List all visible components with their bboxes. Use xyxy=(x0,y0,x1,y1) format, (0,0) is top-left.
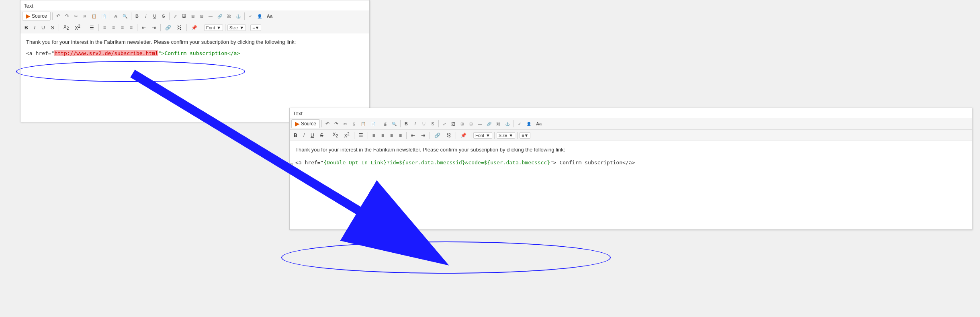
sep-fmt3 xyxy=(98,24,99,31)
tb-strike[interactable]: S xyxy=(160,12,168,20)
b-separator1 xyxy=(321,120,322,127)
b-fmt-indent-out[interactable]: ⇤ xyxy=(409,132,417,139)
b-fmt-align-center[interactable]: ≡ xyxy=(379,132,387,139)
b-tb-paste2[interactable]: 📄 xyxy=(368,120,377,127)
b-tb-hr[interactable]: — xyxy=(476,121,484,127)
b-tb-strike[interactable]: S xyxy=(429,120,437,127)
top-source-button[interactable]: ▶ Source xyxy=(22,12,51,20)
b-fmt-bold[interactable]: B xyxy=(291,132,300,139)
b-sep-fmt9 xyxy=(517,132,518,139)
tb-resize[interactable]: ⤢ xyxy=(171,13,179,20)
tb-image[interactable]: 🖼 xyxy=(180,13,188,20)
b-tb-copy[interactable]: ⎘ xyxy=(350,120,358,127)
b-tb-paste[interactable]: 📋 xyxy=(359,120,368,127)
b-tb-image[interactable]: 🖼 xyxy=(449,121,457,127)
b-tb-unlink[interactable]: ⛓ xyxy=(494,121,502,127)
b-tb-resize[interactable]: ⤢ xyxy=(440,121,448,127)
b-tb-italic[interactable]: I xyxy=(411,120,419,127)
b-tb-aa[interactable]: Aa xyxy=(534,120,544,127)
b-tb-find[interactable]: 🔍 xyxy=(390,120,399,127)
b-tb-cut[interactable]: ✂ xyxy=(341,120,349,127)
tb-list[interactable]: ⊟ xyxy=(198,13,206,20)
fmt-link2[interactable]: 🔗 xyxy=(163,24,174,31)
b-tb-redo[interactable]: ↷ xyxy=(332,120,340,128)
b-size-dropdown-arrow: ▼ xyxy=(509,133,513,138)
b-tb-link[interactable]: 🔗 xyxy=(485,121,493,127)
tb-redo[interactable]: ↷ xyxy=(63,12,71,20)
fmt-strike[interactable]: S xyxy=(49,24,57,31)
fmt-pin[interactable]: 📌 xyxy=(189,24,200,31)
tb-aa[interactable]: Aa xyxy=(265,12,274,20)
tb-bold[interactable]: B xyxy=(133,12,141,20)
b-fmt-sup[interactable]: X2 xyxy=(342,131,352,139)
b-style-dropdown[interactable]: ≡▼ xyxy=(520,132,530,139)
resize-handle[interactable] xyxy=(290,163,293,175)
style-dropdown[interactable]: ≡▼ xyxy=(250,25,261,31)
b-fmt-link2[interactable]: 🔗 xyxy=(432,132,443,139)
sep-fmt6 xyxy=(186,24,187,31)
b-tb-print[interactable]: 🖨 xyxy=(381,120,389,127)
tb-underline[interactable]: U xyxy=(151,12,159,20)
tb-find[interactable]: 🔍 xyxy=(121,12,129,20)
b-size-dropdown[interactable]: Size ▼ xyxy=(497,132,515,139)
b-font-dropdown-arrow: ▼ xyxy=(486,133,490,138)
fmt-ol[interactable]: ☰ xyxy=(87,24,96,31)
size-dropdown[interactable]: Size ▼ xyxy=(227,25,246,31)
b-tb-spell[interactable]: ✓ xyxy=(516,121,524,127)
tb-spellcheck[interactable]: ✓ xyxy=(246,13,254,20)
font-dropdown[interactable]: Font ▼ xyxy=(204,25,223,31)
tb-link[interactable]: 🔗 xyxy=(215,13,224,20)
fmt-indent-in[interactable]: ⇥ xyxy=(149,24,158,31)
b-tb-list[interactable]: ⊟ xyxy=(467,121,475,127)
b-tb-table[interactable]: ⊞ xyxy=(458,121,466,127)
tb-paste[interactable]: 📋 xyxy=(90,12,98,20)
fmt-underline[interactable]: U xyxy=(39,24,47,31)
bottom-panel-label: Text xyxy=(290,108,972,118)
b-fmt-align-right[interactable]: ≡ xyxy=(388,132,395,139)
tb-paste2[interactable]: 📄 xyxy=(99,12,108,20)
fmt-align-center[interactable]: ≡ xyxy=(110,24,117,31)
fmt-sub[interactable]: X2 xyxy=(61,23,72,31)
b-tb-undo[interactable]: ↶ xyxy=(323,120,331,128)
bottom-editor-content[interactable]: Thank you for your interest in the Fabri… xyxy=(290,141,972,229)
tb-copy[interactable]: ⎘ xyxy=(81,12,89,20)
fmt-italic[interactable]: I xyxy=(32,24,38,31)
bottom-link-line: <a href="{Double-Opt-In-Link}?id=${user.… xyxy=(295,159,966,167)
b-fmt-ol[interactable]: ☰ xyxy=(356,132,366,139)
b-tb-underline[interactable]: U xyxy=(420,120,428,127)
b-font-label: Font xyxy=(475,133,484,138)
b-tb-anchor[interactable]: ⚓ xyxy=(503,121,512,127)
bottom-source-button[interactable]: ▶ Source xyxy=(291,119,320,128)
fmt-align-left[interactable]: ≡ xyxy=(101,24,108,31)
fmt-sup[interactable]: X2 xyxy=(72,23,83,32)
tb-hr[interactable]: — xyxy=(207,13,215,20)
b-fmt-indent-in[interactable]: ⇥ xyxy=(419,132,428,139)
tb-undo[interactable]: ↶ xyxy=(54,12,62,20)
b-tb-bold[interactable]: B xyxy=(402,120,410,127)
b-fmt-align-justify[interactable]: ≡ xyxy=(397,132,404,139)
fmt-align-right[interactable]: ≡ xyxy=(119,24,126,31)
b-fmt-underline[interactable]: U xyxy=(308,132,317,139)
b-separator5 xyxy=(514,120,514,127)
b-fmt-sub[interactable]: X2 xyxy=(330,131,341,139)
b-fmt-align-left[interactable]: ≡ xyxy=(370,132,378,139)
tb-table[interactable]: ⊞ xyxy=(189,13,197,20)
fmt-unlink2[interactable]: ⛓ xyxy=(175,24,184,31)
fmt-bold[interactable]: B xyxy=(22,24,31,31)
tb-cut[interactable]: ✂ xyxy=(72,12,80,20)
b-fmt-italic[interactable]: I xyxy=(301,132,307,139)
b-fmt-pin[interactable]: 📌 xyxy=(458,132,469,139)
b-tb-user[interactable]: 👤 xyxy=(524,121,533,127)
fmt-indent-out[interactable]: ⇤ xyxy=(139,24,148,31)
size-dropdown-arrow: ▼ xyxy=(239,25,244,30)
top-content-text: Thank you for your interest in the Fabri… xyxy=(26,38,364,46)
b-fmt-strike[interactable]: S xyxy=(318,132,326,139)
b-fmt-unlink2[interactable]: ⛓ xyxy=(444,132,454,139)
fmt-align-justify[interactable]: ≡ xyxy=(127,24,135,31)
tb-print[interactable]: 🖨 xyxy=(112,12,120,20)
tb-italic[interactable]: I xyxy=(142,12,150,20)
b-font-dropdown[interactable]: Font ▼ xyxy=(473,132,492,139)
tb-user[interactable]: 👤 xyxy=(255,13,264,20)
tb-unlink[interactable]: ⛓ xyxy=(225,13,233,20)
tb-anchor[interactable]: ⚓ xyxy=(234,13,243,20)
